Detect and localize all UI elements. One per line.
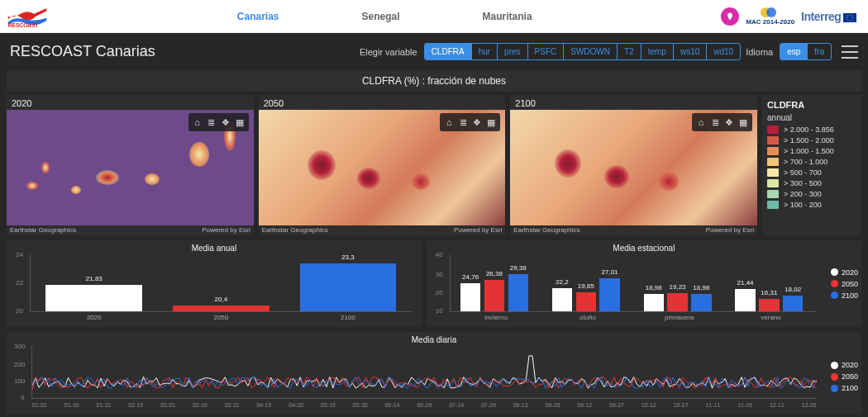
bar: 23,3 — [300, 263, 397, 311]
bar: 19,85 — [576, 292, 596, 311]
var-chip-wd10[interactable]: wd10 — [707, 44, 740, 59]
legend-row: > 100 - 200 — [767, 201, 856, 209]
var-chip-ws10[interactable]: ws10 — [674, 44, 707, 59]
lang-chip-fra[interactable]: fra — [808, 44, 831, 59]
svg-point-2 — [766, 7, 776, 17]
charts-row: Media anual 24 22 20 21,83202020,4205023… — [5, 240, 863, 327]
top-nav: Canarias Senegal Mauritania — [48, 11, 721, 22]
variable-banner: CLDFRA (%) : fracción de nubes — [7, 70, 861, 92]
mac-logo: MAC 2014-2020 — [746, 7, 794, 26]
map-year-label: 2050 — [264, 98, 284, 108]
legend-row: > 300 - 500 — [767, 179, 856, 187]
legend-row: > 1.500 - 2.000 — [767, 136, 856, 145]
svg-text:RESCOAST: RESCOAST — [8, 22, 39, 28]
basemap-icon[interactable]: ▦ — [233, 116, 246, 129]
seasonal-plot-area: 40 30 20 10 24,7626,3829,38invierno22,21… — [450, 254, 817, 312]
nav-canarias[interactable]: Canarias — [237, 11, 279, 22]
legend-panel: CLDFRA annual > 2.000 - 3.856> 1.500 - 2… — [762, 95, 861, 235]
basemap-icon[interactable]: ▦ — [737, 116, 750, 129]
map-toolbar: ⌂ ≣ ❖ ▦ — [692, 113, 752, 131]
map-toolbar: ⌂ ≣ ❖ ▦ — [188, 113, 249, 131]
legend-row: > 700 - 1.000 — [767, 158, 856, 166]
svg-point-11 — [851, 20, 852, 21]
credit-esri: Powered by Esri — [454, 226, 502, 234]
maps-row: 2020 ⌂ ≣ ❖ ▦ Earthstar Geographics — [5, 95, 863, 235]
var-chip-t2[interactable]: T2 — [618, 44, 641, 59]
legend-row: > 1.000 - 1.500 — [767, 147, 856, 155]
bar: 22,2 — [552, 288, 572, 311]
basemap-icon[interactable]: ▦ — [484, 116, 498, 129]
top-bar: RESCOAST Canarias Senegal Mauritania MAC… — [0, 0, 868, 33]
partner-logos: MAC 2014-2020 Interreg — [721, 7, 856, 26]
bar: 18,98 — [691, 294, 711, 311]
nav-mauritania[interactable]: Mauritania — [483, 11, 532, 22]
layers-icon[interactable]: ❖ — [723, 116, 736, 129]
app-body: RESCOAST Canarias Elegir variable CLDFRA… — [0, 33, 868, 417]
page-title: RESCOAST Canarias — [10, 43, 360, 60]
lang-chip-esp[interactable]: esp — [780, 44, 808, 59]
nav-senegal[interactable]: Senegal — [362, 11, 400, 22]
bar: 29,38 — [508, 274, 528, 311]
pink-circle-icon — [721, 7, 739, 26]
var-chip-cldfra[interactable]: CLDFRA — [425, 44, 472, 59]
map-year-label: 2020 — [12, 98, 31, 108]
credit-esri: Powered by Esri — [706, 226, 754, 234]
svg-point-4 — [849, 15, 850, 16]
bar: 18,02 — [783, 296, 803, 311]
legend-icon[interactable]: ≣ — [456, 116, 470, 129]
chart-title: Media diaria — [12, 335, 856, 344]
legend-icon[interactable]: ≣ — [708, 116, 722, 129]
bar: 21,44 — [735, 289, 755, 311]
bar: 16,31 — [759, 299, 779, 311]
credit-source: Earthstar Geographics — [513, 226, 579, 234]
legend-row: > 200 - 300 — [767, 190, 856, 198]
menu-icon[interactable] — [842, 45, 858, 59]
var-chip-psfc[interactable]: PSFC — [528, 44, 565, 59]
legend-row: > 2.000 - 3.856 — [767, 126, 856, 134]
var-chip-swdown[interactable]: SWDOWN — [564, 44, 618, 59]
rescoast-logo: RESCOAST — [7, 4, 48, 29]
layers-icon[interactable]: ❖ — [470, 116, 484, 129]
bar: 27,01 — [599, 278, 619, 311]
svg-point-9 — [851, 16, 852, 17]
seasonal-chart: Media estacional 40 30 20 10 24,7626,382… — [427, 240, 861, 327]
var-chip-temp[interactable]: temp — [641, 44, 674, 59]
home-icon[interactable]: ⌂ — [191, 116, 204, 129]
home-icon[interactable]: ⌂ — [442, 116, 455, 129]
daily-plot-area: 300 200 100 0 01-0101-1601-3102-1503-010… — [31, 346, 817, 399]
bar: 18,98 — [644, 294, 664, 311]
language-label: Idioma — [746, 47, 773, 57]
var-chip-pres[interactable]: pres — [498, 44, 527, 59]
svg-point-8 — [847, 16, 848, 17]
map-2020[interactable]: 2020 ⌂ ≣ ❖ ▦ Earthstar Geographics — [7, 95, 254, 235]
home-icon[interactable]: ⌂ — [694, 116, 708, 129]
credit-source: Earthstar Geographics — [262, 226, 328, 234]
svg-point-6 — [847, 17, 847, 18]
var-chip-hur[interactable]: hur — [472, 44, 498, 59]
choose-variable-label: Elegir variable — [360, 47, 417, 57]
annual-plot-area: 24 22 20 21,83202020,4205023,32100 — [30, 254, 412, 312]
legend-subtitle: annual — [767, 113, 856, 122]
daily-chart: Media diaria 300 200 100 0 01-0101-1601-… — [7, 332, 861, 414]
credit-esri: Powered by Esri — [202, 226, 250, 234]
chart-title: Media estacional — [432, 244, 856, 253]
credit-source: Earthstar Geographics — [10, 226, 76, 234]
bar: 20,4 — [173, 306, 269, 311]
layers-icon[interactable]: ❖ — [219, 116, 232, 129]
series-legend: 2020 2050 2100 — [831, 358, 858, 396]
language-chipset: espfra — [780, 43, 832, 60]
map-2050[interactable]: 2050 ⌂ ≣ ❖ ▦ Earthstar Geographics Power… — [259, 95, 506, 235]
bar: 24,76 — [460, 283, 480, 311]
variable-chipset: CLDFRAhurpresPSFCSWDOWNT2tempws10wd10 — [424, 43, 742, 60]
annual-chart: Media anual 24 22 20 21,83202020,4205023… — [7, 240, 422, 327]
map-2100[interactable]: 2100 ⌂ ≣ ❖ ▦ Earthstar Geographics Power… — [510, 95, 757, 235]
header-bar: RESCOAST Canarias Elegir variable CLDFRA… — [5, 36, 863, 67]
bar: 19,23 — [667, 293, 687, 311]
legend-icon[interactable]: ≣ — [205, 116, 218, 129]
legend-row: > 500 - 700 — [767, 168, 856, 177]
map-year-label: 2100 — [515, 98, 535, 108]
interreg-logo: Interreg — [801, 10, 856, 23]
map-toolbar: ⌂ ≣ ❖ ▦ — [440, 113, 500, 131]
bar: 26,38 — [484, 280, 504, 311]
svg-point-5 — [849, 21, 850, 21]
